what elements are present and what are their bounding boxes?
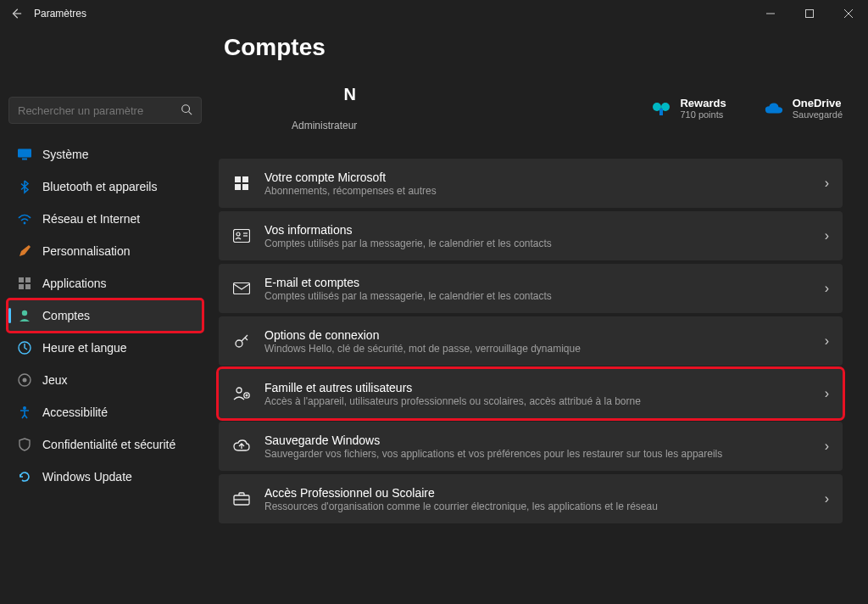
- row-famille-utilisateurs[interactable]: Famille et autres utilisateurs Accès à l…: [219, 369, 843, 418]
- svg-rect-1: [806, 10, 814, 18]
- row-vos-informations[interactable]: Vos informations Comptes utilisés par la…: [219, 211, 843, 260]
- nav-label: Comptes: [42, 309, 90, 322]
- accessibility-icon: [17, 405, 32, 420]
- chevron-right-icon: ›: [825, 439, 829, 454]
- sidebar-item-accessibilite[interactable]: Accessibilité: [8, 397, 202, 428]
- windows-icon: [232, 176, 251, 191]
- sidebar-item-personnalisation[interactable]: Personnalisation: [8, 236, 202, 266]
- shield-icon: [17, 437, 32, 452]
- rewards-value: 710 points: [680, 109, 726, 120]
- row-sub: Comptes utilisés par la messagerie, le c…: [264, 238, 825, 249]
- sidebar-item-confidentialite[interactable]: Confidentialité et sécurité: [8, 429, 202, 460]
- nav-label: Bluetooth et appareils: [42, 180, 157, 193]
- svg-rect-22: [242, 176, 248, 182]
- svg-rect-20: [659, 109, 663, 115]
- id-card-icon: [232, 229, 251, 243]
- svg-point-30: [236, 340, 242, 347]
- sidebar-item-reseau[interactable]: Réseau et Internet: [8, 204, 202, 234]
- backup-icon: [232, 439, 251, 453]
- nav-label: Windows Update: [42, 470, 132, 484]
- svg-point-26: [236, 232, 240, 236]
- svg-rect-24: [242, 184, 248, 190]
- svg-rect-11: [19, 284, 24, 289]
- nav-label: Accessibilité: [42, 405, 108, 419]
- row-sub: Windows Hello, clé de sécurité, mot de p…: [264, 343, 825, 355]
- search-box[interactable]: [8, 97, 202, 124]
- nav-list: Système Bluetooth et appareils Réseau et…: [8, 139, 202, 492]
- nav-label: Jeux: [42, 373, 68, 387]
- minimize-button[interactable]: [751, 0, 790, 27]
- window-title: Paramètres: [34, 8, 86, 20]
- row-title: E-mail et comptes: [264, 276, 825, 289]
- sidebar-item-bluetooth[interactable]: Bluetooth et appareils: [8, 171, 202, 202]
- svg-line-5: [189, 111, 192, 115]
- account-header: N Administrateur Rewards 710 points: [224, 85, 843, 131]
- svg-point-4: [182, 104, 190, 112]
- chevron-right-icon: ›: [825, 333, 829, 349]
- nav-label: Heure et langue: [42, 341, 127, 355]
- svg-point-8: [24, 222, 26, 225]
- row-sub: Ressources d'organisation comme le courr…: [264, 501, 825, 512]
- svg-point-16: [23, 378, 27, 383]
- search-input[interactable]: [18, 104, 181, 117]
- chevron-right-icon: ›: [825, 491, 829, 506]
- sidebar: Système Bluetooth et appareils Réseau et…: [0, 27, 210, 604]
- mail-icon: [232, 282, 251, 294]
- chevron-right-icon: ›: [825, 281, 829, 296]
- svg-point-13: [22, 310, 27, 316]
- svg-rect-23: [235, 184, 241, 190]
- rewards-label: Rewards: [680, 97, 726, 109]
- apps-icon: [17, 276, 32, 291]
- nav-label: Système: [42, 148, 88, 161]
- row-sub: Comptes utilisés par la messagerie, le c…: [264, 290, 825, 302]
- key-icon: [232, 333, 251, 350]
- globe-icon: [17, 340, 32, 355]
- nav-label: Réseau et Internet: [42, 212, 140, 226]
- monitor-icon: [17, 147, 32, 162]
- rewards-icon: [651, 98, 671, 119]
- briefcase-icon: [232, 492, 251, 506]
- row-title: Sauvegarde Windows: [264, 433, 825, 447]
- row-sub: Abonnements, récompenses et autres: [264, 185, 825, 197]
- svg-rect-12: [25, 284, 31, 289]
- row-email-comptes[interactable]: E-mail et comptes Comptes utilisés par l…: [219, 264, 843, 313]
- row-title: Votre compte Microsoft: [264, 171, 825, 184]
- svg-rect-7: [22, 159, 27, 160]
- nav-label: Personnalisation: [42, 244, 131, 258]
- sidebar-item-heure[interactable]: Heure et langue: [8, 333, 202, 363]
- row-options-connexion[interactable]: Options de connexion Windows Hello, clé …: [219, 316, 843, 366]
- page-title: Comptes: [224, 34, 843, 61]
- back-button[interactable]: [10, 8, 22, 20]
- chevron-right-icon: ›: [825, 228, 829, 243]
- sidebar-item-windowsupdate[interactable]: Windows Update: [8, 461, 202, 492]
- onedrive-value: Sauvegardé: [793, 109, 843, 120]
- wifi-icon: [17, 211, 32, 226]
- row-title: Famille et autres utilisateurs: [264, 381, 825, 394]
- row-sub: Accès à l'appareil, utilisateurs profess…: [264, 395, 825, 407]
- svg-point-17: [23, 406, 26, 410]
- row-compte-microsoft[interactable]: Votre compte Microsoft Abonnements, réco…: [219, 159, 843, 208]
- gamepad-icon: [17, 372, 32, 388]
- rewards-tile[interactable]: Rewards 710 points: [651, 97, 726, 120]
- titlebar: Paramètres: [0, 0, 868, 27]
- sidebar-item-comptes[interactable]: Comptes: [8, 300, 202, 331]
- maximize-button[interactable]: [790, 0, 829, 27]
- nav-label: Confidentialité et sécurité: [42, 438, 175, 451]
- chevron-right-icon: ›: [825, 386, 829, 401]
- content: Comptes N Administrateur Rewards 710 poi…: [210, 27, 868, 604]
- sidebar-item-applications[interactable]: Applications: [8, 268, 202, 299]
- row-title: Accès Professionnel ou Scolaire: [264, 486, 825, 500]
- people-icon: [232, 386, 251, 401]
- row-sauvegarde-windows[interactable]: Sauvegarde Windows Sauvegarder vos fichi…: [219, 422, 843, 471]
- close-button[interactable]: [829, 0, 868, 27]
- svg-rect-9: [19, 277, 24, 282]
- onedrive-tile[interactable]: OneDrive Sauvegardé: [764, 97, 843, 120]
- sidebar-item-systeme[interactable]: Système: [8, 139, 202, 170]
- person-icon: [17, 308, 32, 323]
- search-icon: [181, 103, 192, 118]
- row-acces-pro-scolaire[interactable]: Accès Professionnel ou Scolaire Ressourc…: [219, 474, 843, 523]
- cloud-icon: [764, 98, 784, 119]
- nav-label: Applications: [42, 277, 107, 290]
- sidebar-item-jeux[interactable]: Jeux: [8, 365, 202, 395]
- onedrive-label: OneDrive: [793, 97, 843, 109]
